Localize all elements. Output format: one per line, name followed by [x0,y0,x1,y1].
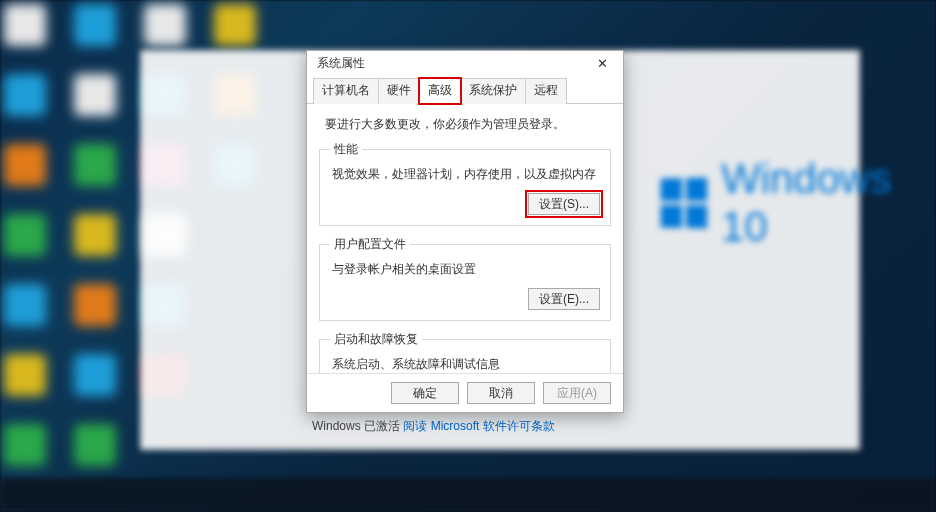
dialog-content: 要进行大多数更改，你必须作为管理员登录。 性能 视觉效果，处理器计划，内存使用，… [307,104,623,373]
dialog-titlebar: 系统属性 ✕ [307,51,623,75]
tab-system-protection[interactable]: 系统保护 [460,78,526,104]
activation-status: Windows 已激活 阅读 Microsoft 软件许可条款 [312,418,555,435]
startup-recovery-legend: 启动和故障恢复 [330,331,422,348]
cancel-button[interactable]: 取消 [467,382,535,404]
performance-legend: 性能 [330,141,362,158]
admin-intro-text: 要进行大多数更改，你必须作为管理员登录。 [325,116,611,133]
performance-settings-button[interactable]: 设置(S)... [528,193,600,215]
startup-recovery-group: 启动和故障恢复 系统启动、系统故障和调试信息 设置(T)... [319,331,611,373]
activation-prefix: Windows 已激活 [312,419,403,433]
tab-hardware[interactable]: 硬件 [378,78,420,104]
tab-computer-name[interactable]: 计算机名 [313,78,379,104]
user-profiles-settings-button[interactable]: 设置(E)... [528,288,600,310]
dialog-footer: 确定 取消 应用(A) [307,373,623,412]
tab-advanced[interactable]: 高级 [419,78,461,104]
startup-recovery-desc: 系统启动、系统故障和调试信息 [332,356,600,373]
user-profiles-legend: 用户配置文件 [330,236,410,253]
license-terms-link[interactable]: 阅读 Microsoft 软件许可条款 [403,419,554,433]
user-profiles-group: 用户配置文件 与登录帐户相关的桌面设置 设置(E)... [319,236,611,321]
apply-button: 应用(A) [543,382,611,404]
performance-group: 性能 视觉效果，处理器计划，内存使用，以及虚拟内存 设置(S)... [319,141,611,226]
close-icon[interactable]: ✕ [587,53,617,73]
windows-logo: Windows 10 [660,155,936,251]
ok-button[interactable]: 确定 [391,382,459,404]
user-profiles-desc: 与登录帐户相关的桌面设置 [332,261,600,278]
system-properties-dialog: 系统属性 ✕ 计算机名 硬件 高级 系统保护 远程 要进行大多数更改，你必须作为… [306,50,624,413]
windows-brand-text: Windows 10 [721,155,936,251]
tab-strip: 计算机名 硬件 高级 系统保护 远程 [307,77,623,104]
tab-remote[interactable]: 远程 [525,78,567,104]
performance-desc: 视觉效果，处理器计划，内存使用，以及虚拟内存 [332,166,600,183]
dialog-title: 系统属性 [317,55,365,72]
